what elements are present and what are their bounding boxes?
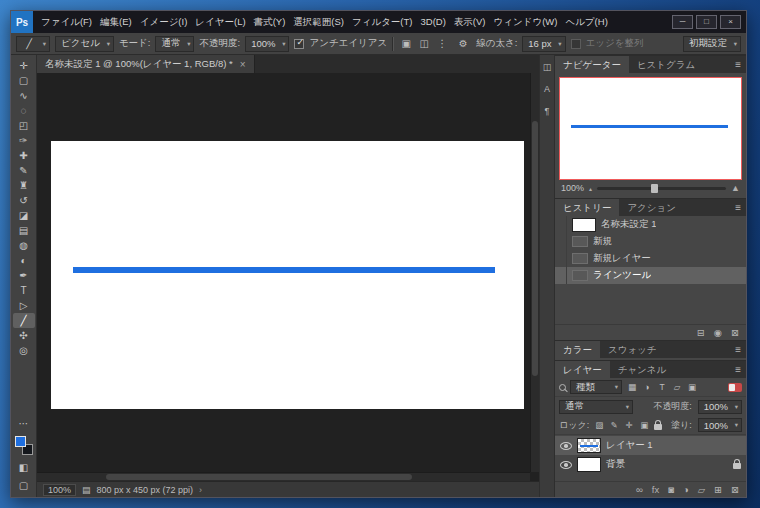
lock-artboard-icon[interactable]: ▣ [638, 420, 650, 430]
zoom-in-icon[interactable]: ▲ [731, 183, 740, 193]
horizontal-scroll-thumb[interactable] [106, 474, 412, 480]
tab-history[interactable]: ヒストリー [555, 199, 619, 216]
workspace-switcher[interactable]: 初期設定 [683, 36, 741, 52]
layer-row[interactable]: 背景 [555, 455, 746, 474]
link-layers-icon[interactable]: ∞ [636, 484, 643, 495]
navigator-zoom-value[interactable]: 100% [561, 183, 584, 193]
crop-tool[interactable]: ◰ [13, 118, 35, 133]
align-edges-checkbox[interactable] [571, 39, 581, 49]
layer-style-icon[interactable]: fx [652, 484, 659, 495]
hand-tool[interactable]: ✣ [13, 328, 35, 343]
vertical-scroll-thumb[interactable] [532, 121, 538, 376]
lock-transparent-icon[interactable]: ▨ [593, 420, 605, 430]
tab-close-icon[interactable]: × [240, 59, 246, 70]
horizontal-scrollbar[interactable] [37, 472, 530, 481]
status-arrow-icon[interactable]: › [199, 485, 202, 495]
line-tool[interactable]: ╱ [13, 313, 35, 328]
tab-layers[interactable]: レイヤー [555, 361, 610, 378]
blur-tool[interactable]: ◍ [13, 238, 35, 253]
screen-mode-button[interactable]: ▢ [13, 478, 35, 493]
clone-stamp-tool[interactable]: ♜ [13, 178, 35, 193]
layer-opacity-dropdown[interactable]: 100% [698, 400, 742, 414]
tab-histogram[interactable]: ヒストグラム [629, 56, 703, 73]
layer-thumbnail[interactable] [577, 457, 601, 472]
filter-smart-objects-icon[interactable]: ▣ [686, 382, 698, 392]
lasso-tool[interactable]: ∿ [13, 88, 35, 103]
menu-item[interactable]: 編集(E) [96, 11, 136, 33]
foreground-color-swatch[interactable] [15, 436, 26, 447]
type-tool[interactable]: T [13, 283, 35, 298]
path-selection-tool[interactable]: ▷ [13, 298, 35, 313]
gradient-tool[interactable]: ▤ [13, 223, 35, 238]
history-step[interactable]: 新規 [555, 233, 746, 250]
antialias-checkbox[interactable] [294, 39, 304, 49]
vertical-scrollbar[interactable] [530, 73, 539, 472]
history-brush-source-cell[interactable] [555, 216, 567, 233]
brush-tool[interactable]: ✎ [13, 163, 35, 178]
layer-visibility-icon[interactable] [560, 442, 572, 450]
maximize-button[interactable]: □ [696, 15, 717, 29]
minimize-button[interactable]: ─ [672, 15, 693, 29]
menu-item[interactable]: 書式(Y) [250, 11, 290, 33]
panel-menu-icon[interactable]: ≡ [730, 199, 746, 216]
history-step[interactable]: 名称未設定 1 [555, 216, 746, 233]
history-step[interactable]: 新規レイヤー [555, 250, 746, 267]
menu-item[interactable]: 選択範囲(S) [289, 11, 348, 33]
zoom-level[interactable]: 100% [43, 484, 76, 496]
navigator-zoom-slider[interactable] [597, 187, 726, 190]
new-adjustment-layer-icon[interactable]: ◑ [683, 484, 689, 495]
panel-menu-icon[interactable]: ≡ [730, 361, 746, 378]
add-layer-mask-icon[interactable]: ◙ [668, 484, 674, 495]
layer-visibility-icon[interactable] [560, 461, 572, 469]
history-step[interactable]: ラインツール [555, 267, 746, 284]
new-group-icon[interactable]: ▱ [698, 484, 705, 495]
dodge-tool[interactable]: ◐ [13, 253, 35, 268]
menu-item[interactable]: イメージ(I) [136, 11, 192, 33]
paragraph-panel-icon[interactable]: ¶ [540, 104, 554, 117]
lock-all-icon[interactable] [654, 424, 662, 430]
menu-item[interactable]: フィルター(T) [348, 11, 417, 33]
tab-swatches[interactable]: スウォッチ [600, 341, 665, 358]
path-alignment-icon[interactable]: ◫ [416, 38, 432, 49]
close-button[interactable]: × [720, 15, 741, 29]
lock-pixels-icon[interactable]: ✎ [608, 420, 620, 430]
history-brush-source-cell[interactable] [555, 267, 567, 284]
new-document-from-state-icon[interactable]: ⊟ [697, 327, 705, 338]
filter-shape-layers-icon[interactable]: ▱ [671, 382, 683, 392]
menu-item[interactable]: ファイル(F) [37, 11, 96, 33]
new-snapshot-icon[interactable]: ◉ [714, 327, 722, 338]
lock-position-icon[interactable]: ✛ [623, 420, 635, 430]
menu-item[interactable]: レイヤー(L) [191, 11, 249, 33]
opacity-dropdown[interactable]: 100% [245, 36, 289, 52]
layer-row[interactable]: レイヤー 1 [555, 436, 746, 455]
tab-color[interactable]: カラー [555, 341, 600, 358]
zoom-tool[interactable]: ◎ [13, 343, 35, 358]
history-brush-tool[interactable]: ↺ [13, 193, 35, 208]
quick-mask-button[interactable]: ◧ [13, 460, 35, 475]
layer-filter-toggle[interactable] [728, 383, 742, 392]
delete-layer-icon[interactable]: ⊠ [731, 484, 739, 495]
properties-panel-icon[interactable]: ◫ [540, 60, 554, 73]
character-panel-icon[interactable]: A [540, 82, 554, 95]
path-arrange-icon[interactable]: ⋮ [434, 38, 450, 49]
document-tab[interactable]: 名称未設定 1 @ 100%(レイヤー 1, RGB/8) * × [37, 55, 255, 73]
menu-item[interactable]: 3D(D) [417, 11, 450, 33]
tool-mode-dropdown[interactable]: ピクセル [55, 36, 114, 52]
new-layer-icon[interactable]: ⊞ [714, 484, 722, 495]
tab-channels[interactable]: チャンネル [610, 361, 675, 378]
menu-item[interactable]: ヘルプ(H) [561, 11, 611, 33]
spot-healing-tool[interactable]: ✚ [13, 148, 35, 163]
layer-fill-dropdown[interactable]: 100% [698, 418, 742, 432]
canvas[interactable] [51, 141, 524, 409]
eyedropper-tool[interactable]: ✑ [13, 133, 35, 148]
layer-thumbnail[interactable] [577, 438, 601, 453]
move-tool[interactable]: ✛ [13, 58, 35, 73]
layer-filter-dropdown[interactable]: 種類 [570, 380, 622, 394]
zoom-slider-thumb[interactable] [651, 184, 658, 193]
history-brush-source-cell[interactable] [555, 250, 567, 267]
layer-blend-dropdown[interactable]: 通常 [559, 400, 633, 414]
gear-icon[interactable]: ⚙ [455, 38, 471, 49]
eraser-tool[interactable]: ◪ [13, 208, 35, 223]
tool-preset-picker[interactable]: ╱ [16, 36, 50, 52]
zoom-out-icon[interactable]: ▴ [589, 185, 592, 192]
